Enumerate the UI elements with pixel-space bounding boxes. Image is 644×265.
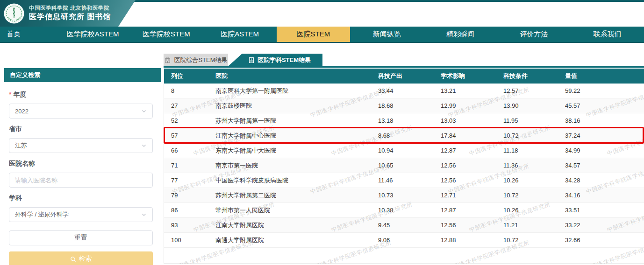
table-body: 8南京医科大学第一附属医院33.4413.2112.5759.2227南京鼓楼医… — [164, 84, 644, 248]
nav-item[interactable]: 联系我们 — [571, 27, 644, 42]
chevron-down-icon — [141, 108, 147, 114]
cell-rank: 52 — [171, 117, 215, 124]
col-header-condition: 科技条件 — [503, 72, 565, 80]
nav-item[interactable]: 评价方法 — [497, 27, 571, 42]
cell-condition: 11.18 — [503, 147, 565, 154]
chevron-down-icon — [141, 212, 147, 217]
cell-impact: 12.71 — [441, 192, 503, 199]
cell-condition: 11.36 — [503, 162, 565, 169]
cell-value: 33.22 — [565, 222, 644, 229]
cell-rank: 86 — [171, 207, 215, 214]
table-row[interactable]: 93江南大学附属医院9.4512.5611.2133.22 — [164, 218, 644, 233]
results-tabbar: 医院综合STEM结果 医院学科STEM结果 — [164, 54, 644, 68]
cell-condition: 13.90 — [503, 102, 565, 109]
nav-item[interactable]: 精彩瞬间 — [423, 27, 497, 42]
cell-output: 11.46 — [378, 177, 441, 184]
col-header-value: 量值 — [565, 72, 644, 80]
cell-impact: 12.56 — [441, 177, 503, 184]
subject-select[interactable]: 外科学 / 泌尿外科学 — [9, 207, 153, 222]
tab-label: 医院综合STEM结果 — [174, 56, 227, 64]
cell-output: 10.65 — [378, 162, 441, 169]
cell-hospital: 常州市第一人民医院 — [215, 206, 378, 215]
book-icon — [248, 57, 255, 63]
table-row[interactable]: 86常州市第一人民医院10.3812.8710.2633.51 — [164, 203, 644, 218]
table-row[interactable]: 100南通大学附属医院9.0612.8810.7232.66 — [164, 233, 644, 248]
cell-value: 45.57 — [565, 102, 644, 109]
table-row[interactable]: 71南京市第一医院10.6512.5611.3634.57 — [164, 158, 644, 173]
results-table: 列位 医院 科技产出 学术影响 科技条件 量值 8南京医科大学第一附属医院33.… — [164, 69, 644, 264]
hospital-icon — [164, 56, 171, 63]
cell-condition: 10.72 — [503, 192, 565, 199]
cell-value: 38.16 — [565, 117, 644, 124]
cell-condition: 11.21 — [503, 222, 565, 229]
cell-hospital: 江南大学附属医院 — [215, 221, 378, 230]
year-select[interactable]: 2022 — [9, 104, 153, 119]
nav-item[interactable]: 首页 — [0, 27, 56, 42]
search-panel: 自定义检索 *年度 2022 省市 江苏 医院名称 学科 外科学 / 泌尿外科学… — [4, 68, 161, 265]
nav-item[interactable]: 医学院校ASTEM — [56, 27, 129, 42]
org-name-line1: 中国医学科学院 北京协和医学院 — [29, 5, 111, 12]
col-header-rank: 列位 — [171, 72, 215, 80]
chevron-down-icon — [141, 143, 147, 148]
cell-hospital: 苏州大学附属第一医院 — [215, 117, 378, 125]
tab-label: 医院学科STEM结果 — [258, 56, 311, 64]
required-marker: * — [9, 91, 11, 98]
cell-value: 34.57 — [565, 162, 644, 169]
cell-rank: 77 — [171, 177, 215, 184]
table-row[interactable]: 8南京医科大学第一附属医院33.4413.2112.5759.22 — [164, 84, 644, 98]
province-select[interactable]: 江苏 — [9, 138, 153, 153]
province-label: 省市 — [9, 125, 153, 133]
cell-condition: 12.57 — [503, 87, 565, 94]
nav-item[interactable]: 医院STEM — [277, 27, 350, 42]
table-row[interactable]: 52苏州大学附属第一医院13.1813.0311.9538.16 — [164, 113, 644, 128]
table-row[interactable]: 79苏州大学附属第二医院10.7312.7110.7234.16 — [164, 188, 644, 203]
cell-impact: 12.88 — [441, 237, 503, 244]
cell-output: 10.94 — [378, 147, 441, 154]
cell-hospital: 中国医学科学院皮肤病医院 — [215, 176, 378, 185]
tab-hospital-subject-stem[interactable]: 医院学科STEM结果 — [228, 54, 322, 66]
col-header-output: 科技产出 — [378, 72, 441, 80]
cell-output: 8.68 — [378, 132, 441, 139]
org-name-line2: 医学信息研究所 图书馆 — [29, 12, 111, 22]
cell-rank: 57 — [171, 132, 215, 139]
cell-impact: 12.56 — [441, 162, 503, 169]
year-label: *年度 — [9, 91, 153, 99]
search-icon — [70, 256, 76, 262]
cell-output: 18.68 — [378, 102, 441, 109]
table-row[interactable]: 66东南大学附属中大医院10.9412.8711.1834.99 — [164, 143, 644, 158]
table-row[interactable]: 77中国医学科学院皮肤病医院11.4612.5610.2634.28 — [164, 173, 644, 188]
cell-rank: 66 — [171, 147, 215, 154]
cell-impact: 12.87 — [441, 147, 503, 154]
cell-hospital: 南京鼓楼医院 — [215, 102, 378, 110]
col-header-hospital: 医院 — [215, 72, 378, 80]
hospital-name-input[interactable] — [9, 173, 153, 188]
cell-hospital: 南京市第一医院 — [215, 161, 378, 170]
nav-item[interactable]: 新闻纵览 — [350, 27, 423, 42]
cell-impact: 13.03 — [441, 117, 503, 124]
cell-condition: 10.26 — [503, 177, 565, 184]
cell-value: 34.16 — [565, 192, 644, 199]
table-row[interactable]: 27南京鼓楼医院18.6812.9913.9045.57 — [164, 98, 644, 113]
col-header-impact: 学术影响 — [441, 72, 503, 80]
nav-item[interactable]: 医学院校STEM — [129, 27, 203, 42]
cell-rank: 8 — [171, 87, 215, 94]
cell-rank: 71 — [171, 162, 215, 169]
subject-select-value: 外科学 / 泌尿外科学 — [15, 210, 69, 219]
cell-rank: 100 — [171, 237, 215, 244]
nav-item[interactable]: 医院ASTEM — [203, 27, 277, 42]
cell-impact: 17.84 — [441, 132, 503, 139]
search-button[interactable]: 检索 — [9, 251, 153, 265]
cell-condition: 10.72 — [503, 132, 565, 139]
reset-button[interactable]: 重置 — [9, 230, 153, 245]
table-row-highlighted[interactable]: 57江南大学附属中心医院8.6817.8410.7237.24 — [164, 128, 644, 143]
cell-condition: 10.26 — [503, 207, 565, 214]
cell-value: 34.99 — [565, 147, 644, 154]
subject-label: 学科 — [9, 194, 153, 202]
cell-value: 34.28 — [565, 177, 644, 184]
search-panel-title: 自定义检索 — [4, 68, 161, 82]
cell-hospital: 苏州大学附属第二医院 — [215, 191, 378, 200]
cell-value: 37.24 — [565, 132, 644, 139]
year-select-value: 2022 — [15, 108, 29, 115]
tab-hospital-overall-stem[interactable]: 医院综合STEM结果 — [164, 54, 228, 66]
cell-hospital: 江南大学附属中心医院 — [215, 132, 378, 140]
